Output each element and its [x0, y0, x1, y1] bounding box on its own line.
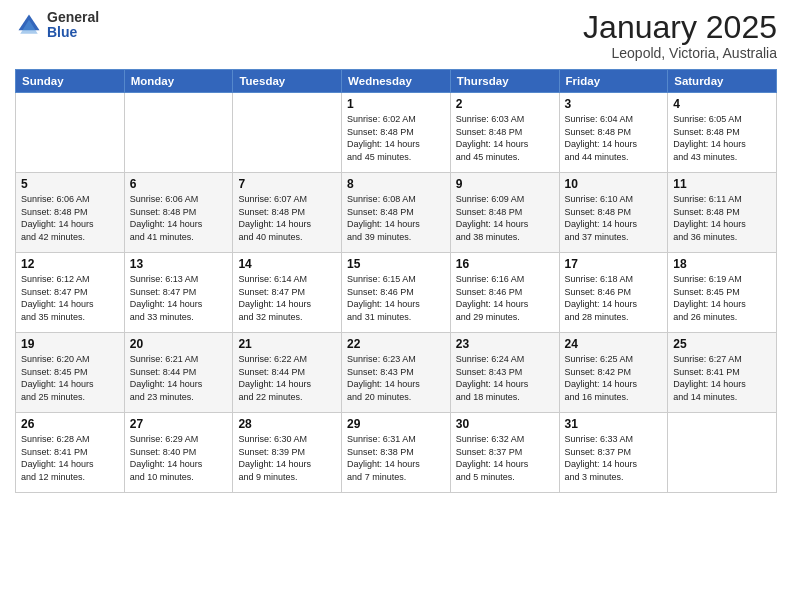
day-info: Sunrise: 6:28 AM Sunset: 8:41 PM Dayligh…: [21, 433, 119, 483]
day-info: Sunrise: 6:22 AM Sunset: 8:44 PM Dayligh…: [238, 353, 336, 403]
day-info: Sunrise: 6:32 AM Sunset: 8:37 PM Dayligh…: [456, 433, 554, 483]
day-cell: 10Sunrise: 6:10 AM Sunset: 8:48 PM Dayli…: [559, 173, 668, 253]
day-number: 21: [238, 337, 336, 351]
day-cell: 28Sunrise: 6:30 AM Sunset: 8:39 PM Dayli…: [233, 413, 342, 493]
week-row-3: 12Sunrise: 6:12 AM Sunset: 8:47 PM Dayli…: [16, 253, 777, 333]
header-row: SundayMondayTuesdayWednesdayThursdayFrid…: [16, 70, 777, 93]
day-number: 15: [347, 257, 445, 271]
day-cell: 3Sunrise: 6:04 AM Sunset: 8:48 PM Daylig…: [559, 93, 668, 173]
day-number: 26: [21, 417, 119, 431]
day-info: Sunrise: 6:23 AM Sunset: 8:43 PM Dayligh…: [347, 353, 445, 403]
day-info: Sunrise: 6:16 AM Sunset: 8:46 PM Dayligh…: [456, 273, 554, 323]
day-cell: 31Sunrise: 6:33 AM Sunset: 8:37 PM Dayli…: [559, 413, 668, 493]
day-cell: 2Sunrise: 6:03 AM Sunset: 8:48 PM Daylig…: [450, 93, 559, 173]
day-number: 17: [565, 257, 663, 271]
day-number: 20: [130, 337, 228, 351]
title-area: January 2025 Leopold, Victoria, Australi…: [583, 10, 777, 61]
day-cell: 4Sunrise: 6:05 AM Sunset: 8:48 PM Daylig…: [668, 93, 777, 173]
day-cell: 20Sunrise: 6:21 AM Sunset: 8:44 PM Dayli…: [124, 333, 233, 413]
day-info: Sunrise: 6:31 AM Sunset: 8:38 PM Dayligh…: [347, 433, 445, 483]
column-header-tuesday: Tuesday: [233, 70, 342, 93]
day-cell: 21Sunrise: 6:22 AM Sunset: 8:44 PM Dayli…: [233, 333, 342, 413]
day-cell: 1Sunrise: 6:02 AM Sunset: 8:48 PM Daylig…: [342, 93, 451, 173]
week-row-4: 19Sunrise: 6:20 AM Sunset: 8:45 PM Dayli…: [16, 333, 777, 413]
day-number: 27: [130, 417, 228, 431]
day-number: 14: [238, 257, 336, 271]
day-number: 11: [673, 177, 771, 191]
day-cell: 16Sunrise: 6:16 AM Sunset: 8:46 PM Dayli…: [450, 253, 559, 333]
page: General Blue January 2025 Leopold, Victo…: [0, 0, 792, 612]
day-number: 23: [456, 337, 554, 351]
day-info: Sunrise: 6:07 AM Sunset: 8:48 PM Dayligh…: [238, 193, 336, 243]
day-cell: 25Sunrise: 6:27 AM Sunset: 8:41 PM Dayli…: [668, 333, 777, 413]
day-info: Sunrise: 6:11 AM Sunset: 8:48 PM Dayligh…: [673, 193, 771, 243]
day-number: 24: [565, 337, 663, 351]
day-info: Sunrise: 6:03 AM Sunset: 8:48 PM Dayligh…: [456, 113, 554, 163]
day-info: Sunrise: 6:20 AM Sunset: 8:45 PM Dayligh…: [21, 353, 119, 403]
day-number: 6: [130, 177, 228, 191]
day-cell: 26Sunrise: 6:28 AM Sunset: 8:41 PM Dayli…: [16, 413, 125, 493]
day-cell: [668, 413, 777, 493]
day-info: Sunrise: 6:08 AM Sunset: 8:48 PM Dayligh…: [347, 193, 445, 243]
day-number: 16: [456, 257, 554, 271]
day-cell: 19Sunrise: 6:20 AM Sunset: 8:45 PM Dayli…: [16, 333, 125, 413]
day-number: 31: [565, 417, 663, 431]
day-number: 3: [565, 97, 663, 111]
day-cell: 22Sunrise: 6:23 AM Sunset: 8:43 PM Dayli…: [342, 333, 451, 413]
logo-general: General: [47, 10, 99, 25]
week-row-5: 26Sunrise: 6:28 AM Sunset: 8:41 PM Dayli…: [16, 413, 777, 493]
day-info: Sunrise: 6:05 AM Sunset: 8:48 PM Dayligh…: [673, 113, 771, 163]
day-cell: 12Sunrise: 6:12 AM Sunset: 8:47 PM Dayli…: [16, 253, 125, 333]
column-header-thursday: Thursday: [450, 70, 559, 93]
day-cell: 18Sunrise: 6:19 AM Sunset: 8:45 PM Dayli…: [668, 253, 777, 333]
week-row-1: 1Sunrise: 6:02 AM Sunset: 8:48 PM Daylig…: [16, 93, 777, 173]
day-number: 9: [456, 177, 554, 191]
day-cell: 30Sunrise: 6:32 AM Sunset: 8:37 PM Dayli…: [450, 413, 559, 493]
column-header-sunday: Sunday: [16, 70, 125, 93]
column-header-saturday: Saturday: [668, 70, 777, 93]
day-cell: 9Sunrise: 6:09 AM Sunset: 8:48 PM Daylig…: [450, 173, 559, 253]
column-header-wednesday: Wednesday: [342, 70, 451, 93]
day-cell: 17Sunrise: 6:18 AM Sunset: 8:46 PM Dayli…: [559, 253, 668, 333]
day-info: Sunrise: 6:33 AM Sunset: 8:37 PM Dayligh…: [565, 433, 663, 483]
day-info: Sunrise: 6:06 AM Sunset: 8:48 PM Dayligh…: [130, 193, 228, 243]
day-cell: [16, 93, 125, 173]
day-info: Sunrise: 6:27 AM Sunset: 8:41 PM Dayligh…: [673, 353, 771, 403]
day-info: Sunrise: 6:19 AM Sunset: 8:45 PM Dayligh…: [673, 273, 771, 323]
day-number: 29: [347, 417, 445, 431]
day-number: 5: [21, 177, 119, 191]
day-info: Sunrise: 6:24 AM Sunset: 8:43 PM Dayligh…: [456, 353, 554, 403]
day-cell: 15Sunrise: 6:15 AM Sunset: 8:46 PM Dayli…: [342, 253, 451, 333]
day-number: 18: [673, 257, 771, 271]
day-cell: 14Sunrise: 6:14 AM Sunset: 8:47 PM Dayli…: [233, 253, 342, 333]
day-info: Sunrise: 6:10 AM Sunset: 8:48 PM Dayligh…: [565, 193, 663, 243]
location: Leopold, Victoria, Australia: [583, 45, 777, 61]
column-header-friday: Friday: [559, 70, 668, 93]
day-number: 13: [130, 257, 228, 271]
day-cell: 29Sunrise: 6:31 AM Sunset: 8:38 PM Dayli…: [342, 413, 451, 493]
logo-blue: Blue: [47, 25, 99, 40]
day-info: Sunrise: 6:21 AM Sunset: 8:44 PM Dayligh…: [130, 353, 228, 403]
day-cell: 8Sunrise: 6:08 AM Sunset: 8:48 PM Daylig…: [342, 173, 451, 253]
calendar-table: SundayMondayTuesdayWednesdayThursdayFrid…: [15, 69, 777, 493]
day-cell: 13Sunrise: 6:13 AM Sunset: 8:47 PM Dayli…: [124, 253, 233, 333]
day-cell: 7Sunrise: 6:07 AM Sunset: 8:48 PM Daylig…: [233, 173, 342, 253]
day-number: 28: [238, 417, 336, 431]
day-number: 1: [347, 97, 445, 111]
day-cell: 5Sunrise: 6:06 AM Sunset: 8:48 PM Daylig…: [16, 173, 125, 253]
day-info: Sunrise: 6:14 AM Sunset: 8:47 PM Dayligh…: [238, 273, 336, 323]
logo-icon: [15, 11, 43, 39]
day-info: Sunrise: 6:06 AM Sunset: 8:48 PM Dayligh…: [21, 193, 119, 243]
day-number: 30: [456, 417, 554, 431]
day-info: Sunrise: 6:09 AM Sunset: 8:48 PM Dayligh…: [456, 193, 554, 243]
day-info: Sunrise: 6:30 AM Sunset: 8:39 PM Dayligh…: [238, 433, 336, 483]
day-info: Sunrise: 6:13 AM Sunset: 8:47 PM Dayligh…: [130, 273, 228, 323]
day-number: 10: [565, 177, 663, 191]
day-number: 22: [347, 337, 445, 351]
logo: General Blue: [15, 10, 99, 41]
day-cell: [124, 93, 233, 173]
day-info: Sunrise: 6:04 AM Sunset: 8:48 PM Dayligh…: [565, 113, 663, 163]
day-number: 2: [456, 97, 554, 111]
day-number: 19: [21, 337, 119, 351]
day-cell: 11Sunrise: 6:11 AM Sunset: 8:48 PM Dayli…: [668, 173, 777, 253]
